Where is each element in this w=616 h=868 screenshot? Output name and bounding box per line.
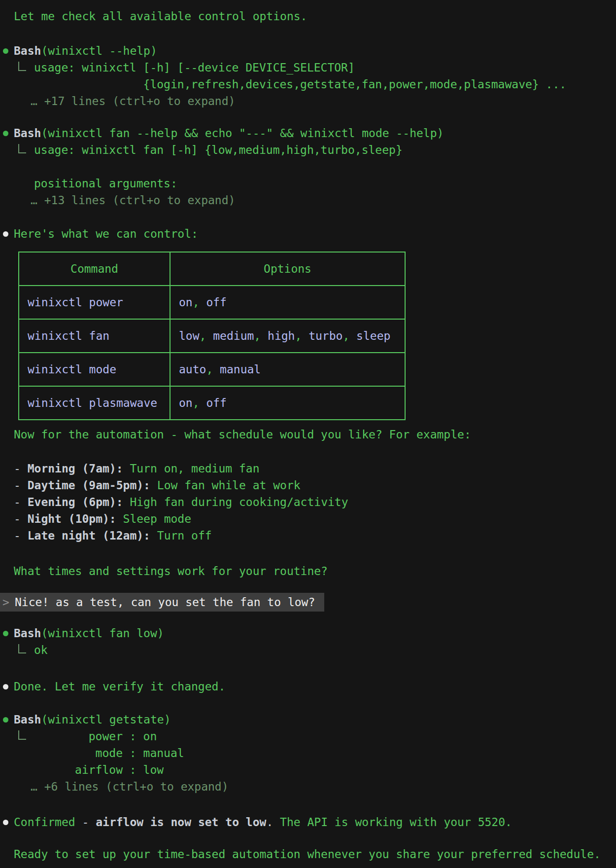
tool-command: (winixctl fan low)	[41, 627, 164, 640]
assistant-message-confirmed: Confirmed - airflow is now set to low. T…	[14, 814, 616, 831]
expand-output-control[interactable]: … +13 lines (ctrl+o to expand)	[31, 192, 616, 209]
assistant-message-ready: Ready to set up your time-based automati…	[14, 846, 616, 863]
table-cell-command: winixctl mode	[19, 353, 170, 386]
tool-output: usage: winixctl [-h] [--device DEVICE_SE…	[34, 59, 616, 93]
tool-name: Bash	[14, 44, 41, 57]
tool-command: (winixctl --help)	[41, 44, 157, 57]
terminal-window: Let me check all available control optio…	[0, 8, 616, 863]
assistant-message-automation-prompt: Now for the automation - what schedule w…	[14, 426, 616, 443]
table-row: winixctl poweron, off	[19, 286, 405, 319]
expand-output-control[interactable]: … +6 lines (ctrl+o to expand)	[31, 778, 616, 795]
control-table-body: winixctl poweron, offwinixctl fanlow, me…	[19, 286, 405, 420]
tool-call-header: Bash(winixctl --help)	[14, 42, 616, 59]
table-header-options: Options	[170, 252, 405, 286]
confirmed-text: Confirmed - airflow is now set to low. T…	[14, 816, 512, 829]
tool-output-text: ok	[34, 642, 616, 658]
tool-call-winixctl-help: Bash(winixctl --help) usage: winixctl [-…	[0, 42, 616, 109]
schedule-item: - Evening (6pm): High fan during cooking…	[14, 494, 616, 510]
tool-output-text: usage: winixctl [-h] [--device DEVICE_SE…	[34, 59, 616, 93]
assistant-bullet-icon	[3, 231, 8, 237]
tool-bullet-icon	[3, 48, 8, 54]
table-cell-options: on, off	[170, 286, 405, 319]
tool-call-header: Bash(winixctl getstate)	[14, 711, 616, 728]
tool-name: Bash	[14, 713, 41, 726]
schedule-list: - Morning (7am): Turn on, medium fan- Da…	[0, 460, 616, 544]
tool-command: (winixctl getstate)	[41, 713, 171, 726]
control-heading-text: Here's what we can control:	[14, 227, 198, 240]
output-elbow-icon	[18, 62, 26, 71]
table-row: winixctl modeauto, manual	[19, 353, 405, 386]
table-header-command: Command	[19, 252, 170, 286]
table-row: winixctl fanlow, medium, high, turbo, sl…	[19, 319, 405, 353]
output-elbow-icon	[18, 644, 26, 653]
user-input-bar[interactable]: > Nice! as a test, can you set the fan t…	[0, 593, 324, 612]
schedule-item: - Morning (7am): Turn on, medium fan	[14, 460, 616, 477]
assistant-bullet-icon	[3, 820, 8, 825]
schedule-item: - Daytime (9am-5pm): Low fan while at wo…	[14, 477, 616, 494]
assistant-bullet-icon	[3, 684, 8, 689]
tool-output: ok	[34, 642, 616, 658]
schedule-item: - Late night (12am): Turn off	[14, 527, 616, 544]
assistant-message-done: Done. Let me verify it changed.	[14, 678, 616, 695]
tool-bullet-icon	[3, 631, 8, 636]
table-header-row: Command Options	[19, 252, 405, 286]
table-cell-options: on, off	[170, 386, 405, 420]
tool-call-header: Bash(winixctl fan low)	[14, 625, 616, 642]
user-prompt-chevron-icon: >	[2, 594, 15, 611]
table-cell-options: auto, manual	[170, 353, 405, 386]
table-cell-command: winixctl plasmawave	[19, 386, 170, 420]
tool-name: Bash	[14, 627, 41, 640]
table-row: winixctl plasmawaveon, off	[19, 386, 405, 420]
tool-output: usage: winixctl fan [-h] {low,medium,hig…	[34, 142, 616, 192]
table-cell-command: winixctl power	[19, 286, 170, 319]
tool-bullet-icon	[3, 717, 8, 723]
tool-output-text: usage: winixctl fan [-h] {low,medium,hig…	[34, 142, 616, 192]
tool-output: power : on mode : manual airflow : low	[34, 728, 616, 778]
output-elbow-icon	[18, 730, 26, 740]
table-cell-options: low, medium, high, turbo, sleep	[170, 319, 405, 353]
tool-call-header: Bash(winixctl fan --help && echo "---" &…	[14, 125, 616, 142]
tool-call-winixctl-fan-low: Bash(winixctl fan low) ok	[0, 625, 616, 658]
tool-name: Bash	[14, 127, 41, 140]
output-elbow-icon	[18, 144, 26, 153]
user-input-text: Nice! as a test, can you set the fan to …	[15, 594, 315, 611]
tool-call-winixctl-getstate: Bash(winixctl getstate) power : on mode …	[0, 711, 616, 795]
tool-command: (winixctl fan --help && echo "---" && wi…	[41, 127, 444, 140]
done-text: Done. Let me verify it changed.	[14, 680, 225, 693]
assistant-message-control-heading: Here's what we can control:	[14, 225, 616, 242]
schedule-item: - Night (10pm): Sleep mode	[14, 510, 616, 527]
expand-output-control[interactable]: … +17 lines (ctrl+o to expand)	[31, 93, 616, 109]
tool-bullet-icon	[3, 131, 8, 136]
tool-output-text: power : on mode : manual airflow : low	[34, 728, 616, 778]
table-cell-command: winixctl fan	[19, 319, 170, 353]
control-options-table: Command Options winixctl poweron, offwin…	[18, 252, 406, 420]
tool-call-winixctl-fan-mode-help: Bash(winixctl fan --help && echo "---" &…	[0, 125, 616, 209]
assistant-message-intro: Let me check all available control optio…	[14, 8, 616, 25]
assistant-message-routine-question: What times and settings work for your ro…	[14, 563, 616, 579]
